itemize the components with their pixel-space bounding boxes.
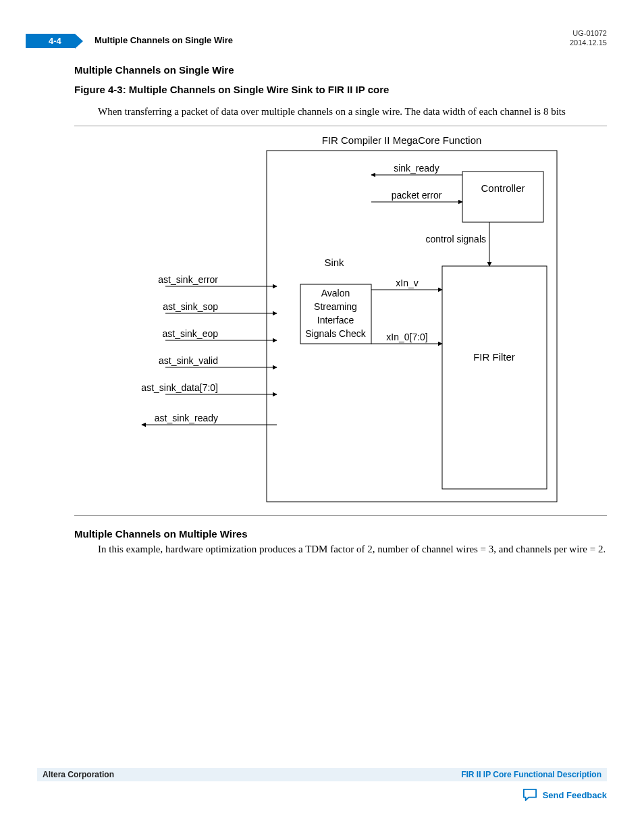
send-feedback-link[interactable]: Send Feedback [522,788,607,802]
svg-rect-0 [267,151,557,502]
running-header-title: Multiple Channels on Single Wire [95,35,233,45]
avalon-l4: Signals Check [305,328,366,339]
sig-packet-error: packet error [391,190,441,201]
fir-filter-label: FIR Filter [473,351,515,363]
sig-control: control signals [425,234,486,244]
footer-left: Altera Corporation [43,770,114,779]
sig-xin-0: xIn_0[7:0] [386,332,428,342]
sig-sink-ready: sink_ready [394,163,439,174]
avalon-l1: Avalon [321,288,350,298]
section-2-title: Multiple Channels on Multiple Wires [74,528,607,540]
section-2-body: In this example, hardware optimization p… [98,542,607,556]
ext-ast-sink-data: ast_sink_data[7:0] [141,382,218,393]
feedback-icon [522,788,537,802]
page-number-tab: 4-4 [26,34,75,48]
diagram-title: FIR Compiler II MegaCore Function [321,134,481,146]
figure-4-3: FIR Compiler II MegaCore Function Sink A… [74,126,607,516]
sig-xin-v: xIn_v [396,278,418,288]
ext-ast-sink-ready: ast_sink_ready [154,413,217,423]
footer-right-link[interactable]: FIR II IP Core Functional Description [461,770,601,779]
send-feedback-label: Send Feedback [543,790,607,800]
controller-label: Controller [481,182,525,194]
sink-label: Sink [324,257,344,268]
doc-id: UG-01072 [572,29,607,37]
ext-ast-sink-sop: ast_sink_sop [163,301,218,312]
page-content: Multiple Channels on Single Wire Figure … [0,64,644,556]
avalon-l3: Interface [317,315,354,325]
diagram-svg: FIR Compiler II MegaCore Function Sink A… [111,134,570,506]
figure-4-3-description: When transferring a packet of data over … [98,105,607,119]
ext-ast-sink-eop: ast_sink_eop [162,328,218,339]
page-header: 4-4 Multiple Channels on Single Wire UG-… [0,0,644,47]
fir-filter-block [442,266,547,489]
page-footer: Altera Corporation FIR II IP Core Functi… [0,768,644,808]
figure-4-3-caption: Figure 4-3: Multiple Channels on Single … [74,84,607,95]
footer-bar: Altera Corporation FIR II IP Core Functi… [37,768,607,781]
doc-date: 2014.12.15 [570,38,607,47]
section-1-title: Multiple Channels on Single Wire [74,64,607,76]
controller-block [462,172,543,222]
ext-ast-sink-error: ast_sink_error [158,274,218,285]
ext-ast-sink-valid: ast_sink_valid [159,355,218,366]
avalon-l2: Streaming [314,301,357,312]
